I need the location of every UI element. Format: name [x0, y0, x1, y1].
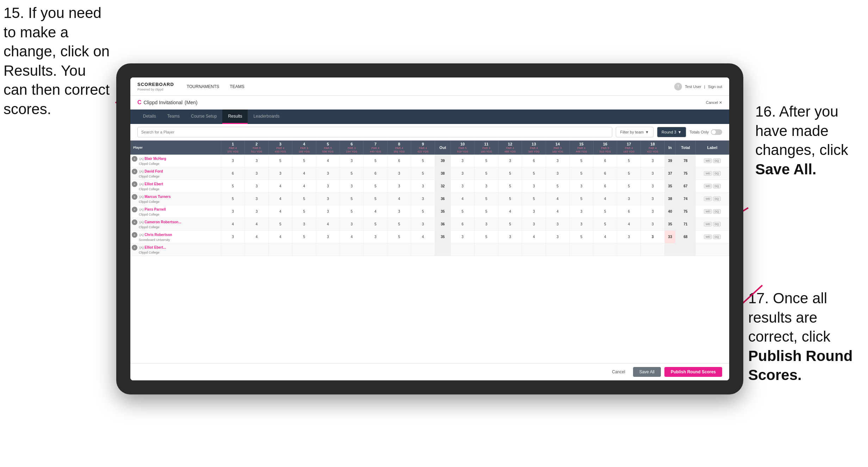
score-hole-5[interactable]	[316, 243, 340, 256]
score-hole-8[interactable]	[387, 243, 411, 256]
score-hole-3[interactable]: 4	[268, 231, 292, 243]
score-hole-17[interactable]: 3	[617, 193, 641, 205]
player-name[interactable]: Piers Parnell	[144, 207, 166, 211]
score-hole-10[interactable]: 3	[451, 180, 474, 193]
filter-team-button[interactable]: Filter by team ▼	[616, 127, 654, 137]
score-hole-14[interactable]: 4	[546, 193, 569, 205]
score-hole-9[interactable]: 3	[411, 193, 435, 205]
score-hole-6[interactable]: 3	[340, 155, 364, 167]
wd-button[interactable]: WD	[704, 184, 712, 188]
score-hole-18[interactable]: 3	[641, 193, 664, 205]
score-hole-3[interactable]: 3	[268, 167, 292, 180]
score-hole-18[interactable]: 3	[641, 218, 664, 231]
sort-icon[interactable]: ≡	[132, 219, 137, 225]
score-hole-17[interactable]: 6	[617, 205, 641, 218]
score-hole-4[interactable]: 5	[292, 231, 316, 243]
score-hole-12[interactable]	[498, 243, 522, 256]
score-hole-11[interactable]: 3	[475, 180, 498, 193]
score-hole-8[interactable]: 3	[387, 205, 411, 218]
score-hole-8[interactable]: 3	[387, 167, 411, 180]
sort-icon[interactable]: ≡	[132, 207, 137, 212]
score-hole-1[interactable]: 3	[221, 231, 244, 243]
score-hole-13[interactable]: 3	[522, 205, 546, 218]
score-hole-14[interactable]: 3	[546, 155, 569, 167]
player-name[interactable]: Elliot Ebert...	[144, 245, 166, 249]
score-hole-9[interactable]: 5	[411, 205, 435, 218]
score-hole-17[interactable]: 5	[617, 167, 641, 180]
score-hole-16[interactable]: 6	[593, 180, 617, 193]
score-hole-2[interactable]: 3	[245, 180, 268, 193]
score-hole-4[interactable]: 4	[292, 167, 316, 180]
player-name[interactable]: Cameron Robertson...	[144, 220, 181, 224]
score-hole-5[interactable]: 4	[316, 155, 340, 167]
score-hole-16[interactable]: 4	[593, 193, 617, 205]
score-hole-8[interactable]: 5	[387, 231, 411, 243]
score-hole-11[interactable]: 5	[475, 167, 498, 180]
score-hole-14[interactable]: 5	[546, 180, 569, 193]
score-hole-2[interactable]: 4	[245, 231, 268, 243]
score-hole-7[interactable]: 3	[364, 231, 387, 243]
score-hole-1[interactable]: 6	[221, 167, 244, 180]
score-hole-11[interactable]: 3	[475, 218, 498, 231]
score-hole-12[interactable]: 3	[498, 231, 522, 243]
score-hole-8[interactable]: 3	[387, 180, 411, 193]
score-hole-11[interactable]	[475, 243, 498, 256]
player-name[interactable]: Blair McHarg	[144, 157, 166, 161]
score-hole-7[interactable]: 5	[364, 193, 387, 205]
score-hole-15[interactable]: 3	[570, 218, 593, 231]
wd-button[interactable]: WD	[704, 158, 712, 163]
score-hole-12[interactable]: 5	[498, 218, 522, 231]
score-hole-14[interactable]	[546, 243, 569, 256]
totals-toggle-switch[interactable]	[711, 129, 722, 135]
dq-button[interactable]: DQ	[713, 171, 721, 176]
score-hole-4[interactable]: 5	[292, 155, 316, 167]
score-hole-4[interactable]: 4	[292, 180, 316, 193]
score-hole-16[interactable]: 6	[593, 167, 617, 180]
score-hole-13[interactable]: 5	[522, 167, 546, 180]
score-hole-16[interactable]	[593, 243, 617, 256]
wd-button[interactable]: WD	[704, 209, 712, 214]
score-hole-5[interactable]: 3	[316, 205, 340, 218]
score-hole-1[interactable]: 3	[221, 155, 244, 167]
dq-button[interactable]: DQ	[713, 158, 721, 163]
wd-button[interactable]: WD	[704, 222, 712, 226]
score-hole-3[interactable]: 5	[268, 218, 292, 231]
score-hole-15[interactable]: 5	[570, 193, 593, 205]
score-hole-3[interactable]: 5	[268, 155, 292, 167]
dq-button[interactable]: DQ	[713, 184, 721, 188]
sort-icon[interactable]: ≡	[132, 232, 137, 238]
score-hole-11[interactable]: 5	[475, 155, 498, 167]
score-hole-10[interactable]: 3	[451, 167, 474, 180]
sort-icon[interactable]: ≡	[132, 245, 137, 250]
score-hole-15[interactable]: 5	[570, 231, 593, 243]
bottom-cancel-button[interactable]: Cancel	[608, 367, 629, 376]
wd-button[interactable]: WD	[704, 197, 712, 201]
score-hole-14[interactable]: 4	[546, 205, 569, 218]
score-hole-13[interactable]: 4	[522, 231, 546, 243]
wd-button[interactable]: WD	[704, 171, 712, 176]
score-hole-9[interactable]: 5	[411, 167, 435, 180]
score-hole-9[interactable]	[411, 243, 435, 256]
score-hole-17[interactable]: 4	[617, 218, 641, 231]
score-hole-15[interactable]: 5	[570, 167, 593, 180]
score-hole-5[interactable]: 4	[316, 218, 340, 231]
round-selector[interactable]: Round 3 ▼	[657, 127, 686, 137]
nav-tournaments[interactable]: TOURNAMENTS	[187, 84, 219, 89]
tab-details[interactable]: Details	[137, 110, 162, 124]
score-hole-16[interactable]: 5	[593, 218, 617, 231]
score-hole-16[interactable]: 6	[593, 155, 617, 167]
score-hole-10[interactable]: 3	[451, 231, 474, 243]
player-name[interactable]: Chris Robertson	[144, 233, 172, 237]
score-hole-4[interactable]: 3	[292, 218, 316, 231]
score-hole-17[interactable]	[617, 243, 641, 256]
score-hole-4[interactable]: 5	[292, 193, 316, 205]
score-hole-5[interactable]: 3	[316, 193, 340, 205]
dq-button[interactable]: DQ	[713, 197, 721, 201]
score-hole-1[interactable]: 5	[221, 193, 244, 205]
score-hole-18[interactable]: 3	[641, 167, 664, 180]
wd-button[interactable]: WD	[704, 235, 712, 239]
score-hole-2[interactable]: 3	[245, 193, 268, 205]
player-name[interactable]: David Ford	[144, 169, 163, 173]
score-hole-13[interactable]: 3	[522, 218, 546, 231]
sort-icon[interactable]: ≡	[132, 181, 137, 187]
